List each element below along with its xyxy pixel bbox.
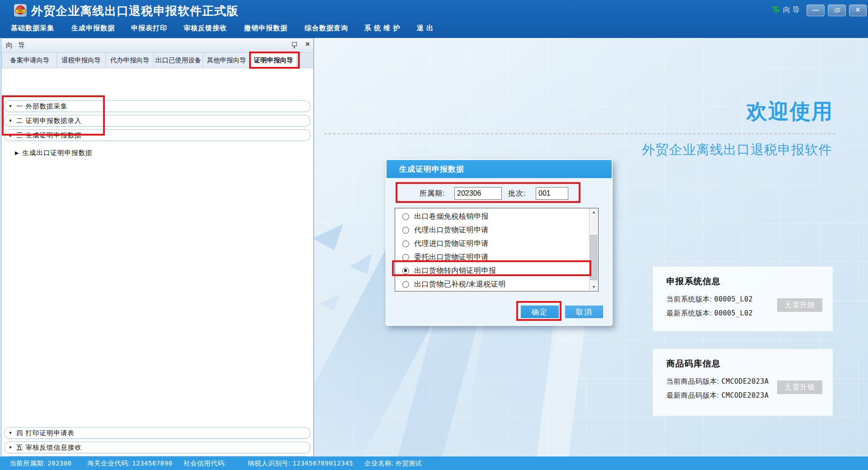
wizard-signpost-icon — [771, 5, 780, 15]
restore-icon — [835, 8, 840, 12]
system-no-upgrade-button[interactable]: 无需升级 — [777, 298, 822, 312]
minimize-icon: — — [812, 6, 819, 14]
radio-icon — [402, 281, 409, 288]
commodity-no-upgrade-button[interactable]: 无需升级 — [777, 381, 822, 394]
divider — [324, 133, 835, 134]
scroll-up-icon[interactable]: ▴ — [590, 208, 598, 216]
latest-system-version: 最新系统版本: 00005_L02 — [666, 309, 753, 318]
radio-selected-icon — [402, 268, 409, 274]
dialog-radio-option[interactable]: 代理出口货物证明申请 — [395, 223, 585, 237]
wizard-tabstrip: 备案申请向导 退税申报向导 代办申报向导 出口已使用设备 其他申报向导 证明申报… — [1, 53, 313, 68]
menu-bar: 基础数据采集 生成申报数据 申报表打印 审核反馈接收 撤销申报数据 综合数据查询… — [0, 20, 868, 38]
current-system-version: 当前系统版本: 00005_L02 — [666, 295, 753, 304]
chevron-up-icon: ▲ — [5, 133, 16, 137]
menu-item-system-maintain[interactable]: 系 统 维 护 — [364, 24, 401, 33]
ok-button[interactable]: 确定 — [521, 306, 559, 318]
cancel-button[interactable]: 取消 — [565, 306, 603, 318]
panel-close-icon[interactable]: × — [306, 40, 310, 48]
dialog-radio-option[interactable]: 代理进口货物证明申请 — [395, 237, 585, 250]
section-external-data-collect[interactable]: ▼ 一 外部数据采集 — [4, 100, 311, 112]
commodity-info-panel: 商品码库信息 当前商品码版本: CMCODE2023A 最新商品码版本: CMC… — [653, 349, 833, 416]
welcome-subtitle: 外贸企业离线出口退税申报软件 — [642, 141, 832, 159]
status-customs-code: 海关企业代码: 1234567890 — [87, 459, 172, 468]
close-button[interactable]: × — [849, 5, 867, 16]
radio-icon — [402, 227, 409, 234]
menu-item-audit-feedback[interactable]: 审核反馈接收 — [184, 24, 227, 33]
wizard-indicator-label: 向 导 — [783, 5, 799, 15]
dialog-header[interactable]: 生成证明申报数据 — [387, 160, 612, 178]
menu-item-revoke-data[interactable]: 撤销申报数据 — [244, 24, 288, 33]
status-credit-code: 社会信用代码: — [184, 459, 226, 468]
minimize-button[interactable]: — — [807, 5, 825, 16]
certificate-type-list: 出口卷烟免税核销申报 代理出口货物证明申请 代理进口货物证明申请 委托出口货物证… — [395, 208, 599, 291]
batch-label: 批次: — [508, 189, 526, 198]
generate-certificate-dialog: 生成证明申报数据 所属期: 批次: 出口卷烟免税核销申报 代理出口货物证明申请 … — [386, 159, 613, 326]
application-window: TAX 外贸企业离线出口退税申报软件正式版 向 导 — × 基础数据采集 生成申… — [0, 0, 868, 470]
system-info-title: 申报系统信息 — [666, 276, 721, 287]
scrollbar[interactable]: ▴ ▾ — [589, 208, 598, 291]
menu-item-data-query[interactable]: 综合数据查询 — [305, 24, 348, 33]
tab-certificate-declaration[interactable]: 证明申报向导 — [250, 53, 297, 68]
status-current-period: 当前所属期: 202306 — [9, 459, 72, 468]
menu-item-base-data[interactable]: 基础数据采集 — [11, 24, 54, 33]
restore-button[interactable] — [828, 5, 846, 16]
current-commodity-version: 当前商品码版本: CMCODE2023A — [666, 377, 769, 386]
tab-filing-application[interactable]: 备案申请向导 — [3, 53, 57, 68]
wizard-panel: 向 导 × 备案申请向导 退税申报向导 代办申报向导 出口已使用设备 其他申报向… — [1, 38, 314, 456]
tab-other-declaration[interactable]: 其他申报向导 — [203, 53, 250, 68]
section-certificate-data-entry[interactable]: ▼ 二 证明申报数据录入 — [4, 115, 311, 127]
title-bar: TAX 外贸企业离线出口退税申报软件正式版 向 导 — × 基础数据采集 生成申… — [0, 0, 868, 38]
background-decoration — [314, 214, 347, 250]
wizard-panel-header: 向 导 × — [1, 38, 313, 53]
period-label: 所属期: — [420, 189, 445, 198]
background-decoration — [320, 288, 342, 311]
tab-used-equipment[interactable]: 出口已使用设备 — [154, 53, 203, 68]
tab-agency-declaration[interactable]: 代办申报向导 — [106, 53, 154, 68]
radio-icon — [402, 213, 409, 220]
wizard-panel-title: 向 导 — [6, 41, 27, 50]
background-decoration — [349, 247, 375, 274]
tax-band-icon: TAX — [15, 9, 26, 13]
dialog-radio-option[interactable]: 出口卷烟免税核销申报 — [395, 210, 585, 223]
latest-commodity-version: 最新商品码版本: CMCODE2023A — [666, 391, 769, 400]
dialog-radio-option[interactable]: 出口货物已补税/未退税证明 — [395, 277, 585, 291]
wizard-indicator[interactable]: 向 导 — [771, 5, 799, 15]
chevron-down-icon: ▼ — [5, 118, 16, 123]
menu-item-exit[interactable]: 退 出 — [417, 24, 434, 33]
app-logo-icon: TAX — [14, 4, 27, 17]
dialog-radio-option[interactable]: 委托出口货物证明申请 — [395, 250, 585, 264]
window-title: 外贸企业离线出口退税申报软件正式版 — [31, 3, 239, 19]
chevron-down-icon: ▼ — [5, 104, 16, 108]
chevron-down-icon: ▼ — [5, 445, 16, 450]
menu-item-generate-data[interactable]: 生成申报数据 — [71, 24, 115, 33]
system-info-panel: 申报系统信息 当前系统版本: 00005_L02 最新系统版本: 00005_L… — [653, 267, 833, 331]
tab-rebate-declaration[interactable]: 退税申报向导 — [57, 53, 106, 68]
section-generate-certificate-data[interactable]: ▲ 三 生成证明申报数据 — [4, 129, 311, 141]
welcome-title: 欢迎使用 — [746, 98, 833, 126]
wizard-sections: ▼ 一 外部数据采集 ▼ 二 证明申报数据录入 ▲ 三 生成证明申报数据 ▶ 生… — [1, 68, 313, 457]
dialog-radio-option[interactable]: 出口货物转内销证明申报 — [395, 264, 585, 277]
chevron-down-icon: ▼ — [5, 431, 16, 435]
pin-icon[interactable] — [291, 41, 298, 49]
batch-input[interactable] — [536, 187, 568, 200]
status-company-name: 企业名称: 外贸测试 — [364, 459, 422, 468]
dialog-title: 生成证明申报数据 — [399, 164, 464, 174]
radio-icon — [402, 254, 409, 261]
menu-item-print-forms[interactable]: 申报表打印 — [131, 24, 167, 33]
section-print-certificate-form[interactable]: ▼ 四 打印证明申请表 — [4, 427, 311, 439]
triangle-right-icon: ▶ — [15, 150, 19, 156]
period-input[interactable] — [454, 187, 502, 200]
scrollbar-thumb[interactable] — [590, 235, 597, 280]
section-audit-feedback-receive[interactable]: ▼ 五 审核反馈信息接收 — [4, 442, 311, 453]
status-taxpayer-id: 纳税人识别号: 123456789012345 — [248, 459, 353, 468]
close-icon: × — [856, 6, 860, 14]
status-bar: 当前所属期: 202306 海关企业代码: 1234567890 社会信用代码:… — [0, 456, 868, 470]
scroll-down-icon[interactable]: ▾ — [590, 283, 598, 291]
radio-icon — [402, 240, 409, 247]
commodity-info-title: 商品码库信息 — [666, 358, 721, 370]
tree-item-generate-export-certificate[interactable]: ▶ 生成出口证明申报数据 — [15, 147, 92, 159]
